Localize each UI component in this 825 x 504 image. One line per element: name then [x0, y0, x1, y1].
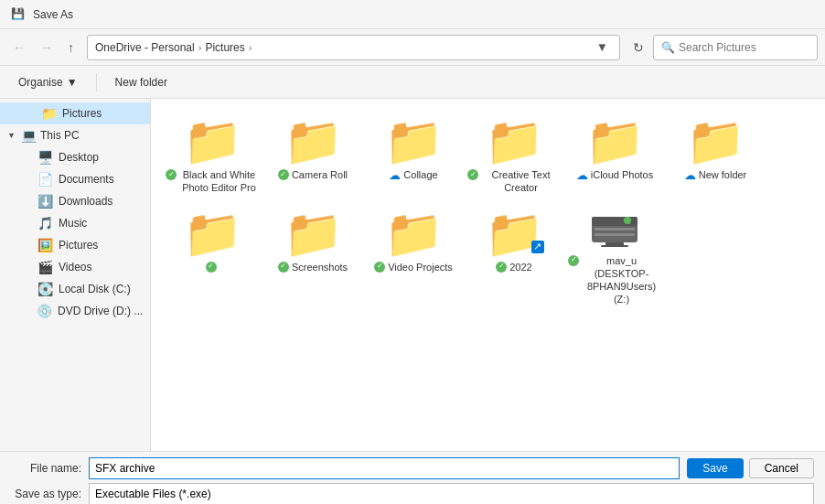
title-bar-icon: 💾 [11, 7, 26, 22]
folder-icon-2022: 📁 ↗ [485, 209, 544, 257]
folder-label-2022: ✓ 2022 [496, 261, 531, 273]
sidebar-item-downloads[interactable]: ⬇️ Downloads [0, 190, 150, 212]
folder-2022[interactable]: 📁 ↗ ✓ 2022 [464, 202, 564, 314]
folder-extra[interactable]: 📁 ✓ [162, 202, 262, 314]
save-button[interactable]: Save [687, 458, 743, 478]
savetype-row: Save as type: Executable Files (*.exe) [11, 483, 814, 504]
new-folder-label: New folder [115, 76, 167, 89]
folder-new-folder[interactable]: 📁 ☁ New folder [665, 110, 766, 202]
local-disk-icon: 💽 [37, 282, 53, 296]
folder-collage[interactable]: 📁 ☁ Collage [363, 110, 464, 202]
status-dot-6: ✓ [496, 262, 507, 273]
forward-button[interactable]: → [35, 37, 59, 59]
folder-label-new-folder: ☁ New folder [684, 168, 747, 184]
savetype-select[interactable]: Executable Files (*.exe) [89, 483, 814, 504]
filename-label: File name: [11, 462, 89, 475]
folder-icon-black-white: 📁 [183, 117, 242, 165]
folder-icon-extra: 📁 [183, 209, 242, 257]
folder-black-white[interactable]: 📁 ✓ Black and White Photo Editor Pro [162, 110, 262, 202]
sidebar-label-downloads: Downloads [59, 195, 112, 208]
folder-label-icloud: ☁ iCloud Photos [576, 168, 654, 184]
downloads-icon: ⬇️ [37, 194, 53, 209]
svg-rect-3 [595, 233, 635, 236]
folder-camera-roll[interactable]: 📁 ✓ Camera Roll [262, 110, 363, 202]
status-dot-1: ✓ [166, 169, 177, 180]
sidebar-item-documents[interactable]: 📄 Documents [0, 168, 150, 190]
toolbar: ← → ↑ OneDrive - Personal › Pictures › ▼… [0, 29, 825, 66]
folder-label-creative-text: ✓ Creative Text Creator [467, 168, 561, 195]
thispc-arrow: ▼ [7, 131, 16, 140]
content-area: 📁 ✓ Black and White Photo Editor Pro 📁 ✓… [151, 99, 825, 451]
status-dot-cloud-1: ☁ [389, 168, 401, 184]
svg-point-4 [624, 217, 631, 224]
sidebar-label-desktop: Desktop [59, 151, 99, 164]
folder-icon-icloud: 📁 [585, 117, 645, 165]
folder-icon-screenshots: 📁 [284, 209, 343, 257]
sidebar-item-dvd-drive[interactable]: 💿 DVD Drive (D:) ... [0, 300, 150, 322]
organise-dropdown-icon: ▼ [67, 76, 78, 89]
up-button[interactable]: ↑ [62, 37, 80, 59]
sidebar-item-pictures-active[interactable]: 📁 Pictures [0, 102, 150, 124]
svg-rect-6 [601, 245, 628, 247]
folder-label-black-white: ✓ Black and White Photo Editor Pro [166, 168, 259, 195]
filename-input[interactable] [89, 457, 680, 479]
bottom-bar: File name: Save Cancel Save as type: Exe… [0, 451, 825, 504]
sidebar-label-dvd-drive: DVD Drive (D:) ... [58, 305, 143, 317]
refresh-button[interactable]: ↻ [627, 37, 649, 59]
address-part-onedrive: OneDrive - Personal [95, 41, 195, 54]
folder-label-extra: ✓ [206, 261, 220, 273]
thispc-label: This PC [40, 129, 80, 142]
status-dot-2: ✓ [278, 169, 289, 180]
folder-icon-collage: 📁 [384, 117, 444, 165]
folder-icon-camera-roll: 📁 [284, 117, 343, 165]
folder-screenshots[interactable]: 📁 ✓ Screenshots [262, 202, 363, 314]
network-drive-label: ✓ mav_u (DESKTOP-8PHAN9Users) (Z:) [568, 254, 661, 306]
sidebar-item-pictures[interactable]: 🖼️ Pictures [0, 234, 150, 256]
search-icon: 🔍 [661, 41, 675, 54]
sidebar-item-desktop[interactable]: 🖥️ Desktop [0, 146, 150, 168]
title-bar: 💾 Save As [0, 0, 825, 29]
documents-icon: 📄 [37, 172, 53, 187]
folder-label-screenshots: ✓ Screenshots [278, 261, 348, 273]
folder-icloud-photos[interactable]: 📁 ☁ iCloud Photos [564, 110, 665, 202]
savetype-label: Save as type: [11, 488, 89, 500]
organise-label: Organise [18, 76, 63, 89]
status-dot-4: ✓ [278, 262, 289, 273]
sidebar-item-music[interactable]: 🎵 Music [0, 212, 150, 234]
videos-icon: 🎬 [37, 260, 53, 274]
network-drive-mav-u[interactable]: ✓ mav_u (DESKTOP-8PHAN9Users) (Z:) [564, 202, 665, 314]
shortcut-arrow: ↗ [531, 241, 544, 253]
filename-row: File name: Save Cancel [11, 457, 814, 479]
address-bar[interactable]: OneDrive - Personal › Pictures › ▼ [87, 35, 620, 60]
status-dot-3: ✓ [467, 169, 478, 180]
main-layout: 📁 Pictures ▼ 💻 This PC 🖥️ Desktop 📄 Docu… [0, 99, 825, 451]
folder-icon-video-projects: 📁 [384, 209, 444, 257]
dvd-drive-icon: 💿 [37, 304, 52, 318]
folder-video-projects[interactable]: 📁 ✓ Video Projects [363, 202, 464, 314]
address-sep-2: › [249, 42, 252, 53]
music-icon: 🎵 [37, 216, 53, 231]
new-folder-button[interactable]: New folder [108, 72, 175, 92]
sidebar: 📁 Pictures ▼ 💻 This PC 🖥️ Desktop 📄 Docu… [0, 99, 151, 451]
desktop-icon: 🖥️ [37, 150, 53, 165]
status-dot-5: ✓ [374, 262, 385, 273]
sidebar-group-thispc[interactable]: ▼ 💻 This PC [0, 124, 150, 146]
sidebar-item-videos[interactable]: 🎬 Videos [0, 256, 150, 278]
sidebar-item-label: Pictures [62, 107, 102, 120]
folder-label-video-projects: ✓ Video Projects [374, 261, 453, 273]
cancel-button[interactable]: Cancel [749, 458, 814, 478]
status-dot-net: ✓ [568, 255, 579, 266]
address-parts: OneDrive - Personal › Pictures › [95, 41, 593, 54]
thispc-icon: 💻 [20, 128, 37, 143]
pictures-folder-icon: 📁 [40, 106, 57, 121]
search-input[interactable] [679, 41, 809, 54]
sidebar-label-local-disk: Local Disk (C:) [59, 283, 131, 295]
dialog-buttons: Save Cancel [687, 458, 814, 478]
organise-button[interactable]: Organise ▼ [11, 72, 85, 92]
search-box[interactable]: 🔍 [653, 35, 818, 60]
sidebar-item-local-disk[interactable]: 💽 Local Disk (C:) [0, 278, 150, 300]
address-dropdown-button[interactable]: ▼ [593, 38, 612, 56]
folder-creative-text[interactable]: 📁 ✓ Creative Text Creator [464, 110, 564, 202]
sidebar-label-videos: Videos [59, 261, 91, 273]
back-button[interactable]: ← [7, 37, 31, 59]
